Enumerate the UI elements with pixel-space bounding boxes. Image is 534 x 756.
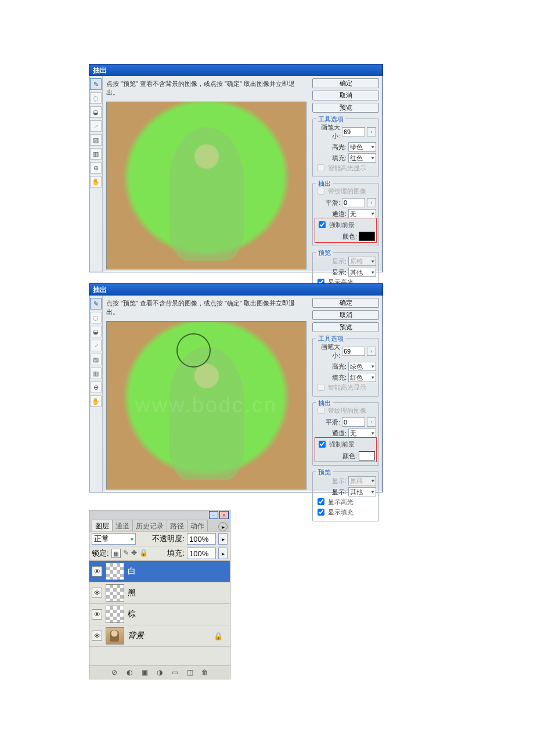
force-fg-input[interactable]	[319, 441, 326, 448]
tool-cleanup[interactable]: ▨	[90, 134, 102, 146]
layer-name: 黑	[128, 588, 136, 598]
mask-icon[interactable]: ▣	[140, 668, 149, 677]
show-select: 原稿	[348, 476, 376, 485]
channel-select[interactable]: 无	[348, 209, 376, 218]
minimize-icon[interactable]: –	[209, 511, 218, 519]
tab-paths[interactable]: 路径	[167, 520, 187, 531]
adjustment-icon[interactable]: ◑	[155, 668, 164, 677]
smooth-stepper[interactable]: ›	[367, 417, 376, 427]
trash-icon[interactable]: 🗑	[200, 668, 210, 677]
tab-layers[interactable]: 图层	[92, 520, 113, 531]
tool-zoom[interactable]: ⊕	[90, 381, 102, 393]
tool-edge-touchup[interactable]: ▥	[90, 368, 102, 379]
opacity-input[interactable]: 100%	[187, 533, 216, 545]
tab-channels[interactable]: 通道	[112, 520, 133, 531]
textured-input[interactable]	[317, 407, 324, 414]
color-swatch[interactable]	[359, 451, 375, 460]
new-layer-icon[interactable]: ◫	[185, 668, 194, 677]
tool-cleanup[interactable]: ▨	[90, 354, 102, 365]
display-select[interactable]: 其他	[348, 487, 376, 496]
channel-select[interactable]: 无	[348, 429, 376, 438]
layer-item[interactable]: 👁 黑	[89, 582, 230, 604]
tool-eraser[interactable]: ◒	[90, 326, 102, 337]
cancel-button[interactable]: 取消	[312, 310, 379, 320]
lock-move-icon[interactable]: ✥	[131, 549, 137, 558]
smooth-input[interactable]	[342, 417, 365, 427]
force-fg-input[interactable]	[319, 221, 326, 228]
show-highlight-label: 显示高光	[328, 498, 353, 506]
group-title: 工具选项	[316, 334, 345, 343]
layer-item[interactable]: 👁 棕	[89, 604, 230, 625]
force-foreground-checkbox[interactable]: 强制前景	[316, 439, 375, 449]
layer-item[interactable]: 👁 背景 🔒	[89, 625, 230, 647]
preview-button[interactable]: 预览	[312, 103, 379, 113]
lock-icons: ▦ ✎ ✥ 🔒	[111, 549, 148, 558]
tool-fill[interactable]: ◌	[90, 312, 102, 323]
tab-history[interactable]: 历史记录	[132, 520, 167, 531]
visibility-icon[interactable]: 👁	[92, 588, 102, 598]
channel-label: 通道:	[315, 210, 347, 218]
smart-highlight-input[interactable]	[317, 384, 324, 391]
visibility-icon[interactable]: 👁	[92, 609, 102, 620]
show-highlight-checkbox[interactable]: 显示高光	[315, 496, 376, 507]
brush-size-stepper[interactable]: ›	[367, 347, 376, 356]
link-icon[interactable]: ⊘	[110, 668, 119, 677]
tool-eyedropper[interactable]: ⟋	[90, 340, 102, 351]
display-select[interactable]: 其他	[348, 268, 376, 277]
smooth-input[interactable]	[342, 198, 365, 207]
show-label: 显示:	[315, 477, 347, 485]
opacity-stepper[interactable]: ▸	[218, 533, 228, 545]
tool-hand[interactable]: ✋	[90, 176, 102, 188]
brush-size-input[interactable]	[342, 127, 365, 136]
tool-fill[interactable]: ◌	[90, 92, 102, 104]
show-fill-checkbox[interactable]: 显示填充	[315, 507, 376, 517]
blend-mode-select[interactable]: 正常	[92, 533, 136, 545]
force-foreground-checkbox[interactable]: 强制前景	[316, 219, 375, 230]
ok-button[interactable]: 确定	[312, 78, 379, 88]
textured-input[interactable]	[317, 188, 324, 195]
preview-canvas[interactable]	[106, 102, 306, 269]
display-label: 显示:	[315, 268, 347, 277]
preview-canvas[interactable]	[106, 321, 306, 489]
fill-select[interactable]: 红色	[348, 153, 376, 163]
panel-menu-icon[interactable]: ▸	[218, 522, 228, 531]
color-swatch[interactable]	[359, 232, 375, 241]
lock-all-icon[interactable]: 🔒	[139, 549, 148, 558]
brush-size-stepper[interactable]: ›	[367, 127, 376, 136]
ok-button[interactable]: 确定	[312, 298, 379, 308]
cancel-button[interactable]: 取消	[312, 91, 379, 100]
smart-highlight-input[interactable]	[317, 164, 324, 171]
tool-highlighter[interactable]: ✎	[90, 298, 102, 309]
show-fill-input[interactable]	[317, 509, 324, 516]
smart-highlight-checkbox[interactable]: 智能高光显示	[315, 163, 376, 173]
brush-size-input[interactable]	[342, 347, 365, 356]
tool-edge-touchup[interactable]: ▥	[90, 148, 102, 160]
tool-eyedropper[interactable]: ⟋	[90, 120, 102, 132]
tool-hand[interactable]: ✋	[90, 395, 102, 407]
close-icon[interactable]: ×	[219, 511, 229, 519]
highlight-select[interactable]: 绿色	[348, 142, 376, 152]
color-label: 颜色:	[316, 452, 357, 460]
visibility-icon[interactable]: 👁	[92, 566, 102, 577]
fx-icon[interactable]: ◐	[125, 668, 134, 677]
tab-actions[interactable]: 动作	[187, 520, 208, 531]
smooth-stepper[interactable]: ›	[367, 198, 376, 207]
fill-opacity-input[interactable]: 100%	[187, 548, 216, 559]
layer-item[interactable]: 👁 白	[89, 561, 230, 582]
tool-eraser[interactable]: ◒	[90, 106, 102, 118]
lock-paint-icon[interactable]: ✎	[123, 549, 129, 558]
fill-opacity-stepper[interactable]: ▸	[218, 548, 228, 559]
preview-button[interactable]: 预览	[312, 322, 379, 332]
smart-highlight-checkbox[interactable]: 智能高光显示	[315, 382, 376, 393]
group-title: 抽出	[316, 179, 333, 188]
force-fg-label: 强制前景	[329, 221, 355, 229]
highlight-select[interactable]: 绿色	[348, 362, 376, 371]
show-highlight-input[interactable]	[317, 498, 324, 505]
hint-text: 点按 "预览" 查看不含背景的图像，或点按 "确定" 取出图像并立即退出。	[106, 298, 306, 319]
lock-transparency-icon[interactable]: ▦	[111, 549, 121, 558]
visibility-icon[interactable]: 👁	[92, 631, 102, 641]
tool-highlighter[interactable]: ✎	[90, 78, 102, 90]
fill-select[interactable]: 红色	[348, 373, 376, 382]
tool-zoom[interactable]: ⊕	[90, 162, 102, 174]
group-icon[interactable]: ▭	[170, 668, 179, 677]
